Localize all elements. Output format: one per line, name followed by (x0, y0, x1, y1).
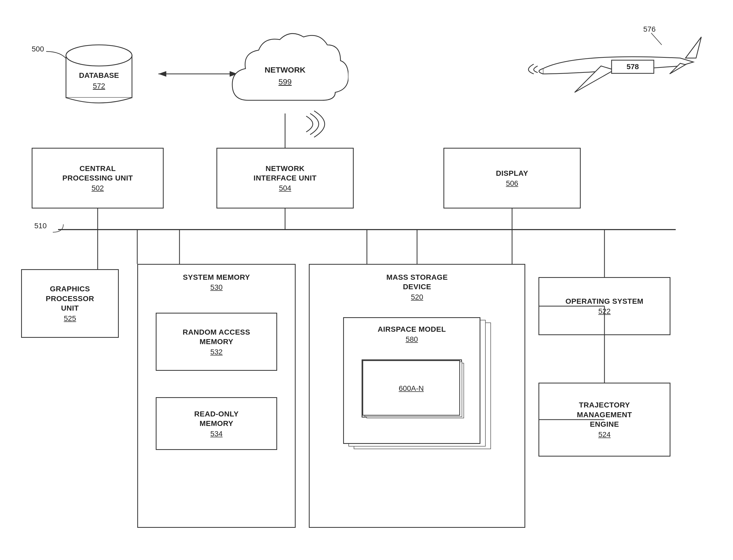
system-memory-label: SYSTEM MEMORY (183, 273, 250, 282)
cpu-number: 502 (92, 184, 104, 192)
svg-text:572: 572 (93, 82, 105, 90)
ram-number: 532 (210, 348, 223, 356)
rom-number: 534 (210, 430, 223, 438)
network-cloud: NETWORK 599 (222, 26, 348, 121)
ref-500: 500 (32, 45, 44, 53)
ref-510: 510 (34, 222, 47, 230)
tme-box: TRAJECTORYMANAGEMENTENGINE 524 (538, 383, 670, 457)
tme-number: 524 (598, 430, 611, 439)
gpu-number: 525 (64, 314, 76, 323)
diagram: 500 DATABASE 572 NETWORK 599 (0, 0, 733, 560)
airspace-model-box: AIRSPACE MODEL 580 600A-N (343, 317, 480, 444)
stacked-inner-box: 600A-N (362, 359, 462, 417)
mass-storage-number: 520 (411, 293, 423, 301)
airspace-model-label: AIRSPACE MODEL (378, 325, 446, 334)
mass-storage-box: MASS STORAGEDEVICE 520 AIRSPACE MODEL 58… (309, 264, 525, 528)
os-box: OPERATING SYSTEM 522 (538, 277, 670, 335)
cloud-svg: NETWORK 599 (222, 26, 348, 121)
stacked-number: 600A-N (399, 384, 424, 393)
ram-label: RANDOM ACCESSMEMORY (183, 328, 250, 347)
os-label: OPERATING SYSTEM (565, 297, 643, 306)
svg-text:599: 599 (278, 77, 292, 86)
tme-label: TRAJECTORYMANAGEMENTENGINE (577, 400, 632, 429)
database-node: DATABASE 572 (61, 37, 137, 111)
os-number: 522 (598, 307, 611, 316)
niu-label: NETWORKINTERFACE UNIT (254, 164, 317, 183)
system-memory-box: SYSTEM MEMORY 530 RANDOM ACCESSMEMORY 53… (137, 264, 296, 528)
database-cylinder-svg: DATABASE 572 (61, 37, 137, 111)
aircraft-svg: 576 578 (522, 21, 707, 106)
niu-number: 504 (279, 184, 291, 192)
svg-line-20 (651, 33, 662, 45)
system-memory-number: 530 (210, 283, 223, 292)
mass-storage-label: MASS STORAGEDEVICE (386, 273, 448, 292)
svg-text:576: 576 (643, 25, 656, 33)
gpu-label: GRAPHICSPROCESSORUNIT (46, 284, 94, 313)
rom-box: READ-ONLYMEMORY 534 (156, 397, 277, 450)
svg-point-14 (66, 45, 132, 66)
ref-510-arc (50, 222, 66, 235)
ram-box: RANDOM ACCESSMEMORY 532 (156, 313, 277, 371)
display-label: DISPLAY (496, 169, 528, 178)
airspace-model-container: AIRSPACE MODEL 580 600A-N (338, 315, 496, 478)
display-number: 506 (506, 179, 518, 188)
svg-text:DATABASE: DATABASE (79, 71, 119, 79)
cpu-box: CENTRALPROCESSING UNIT 502 (32, 148, 164, 208)
svg-text:NETWORK: NETWORK (265, 65, 306, 74)
aircraft-node: 576 578 (522, 21, 707, 106)
airspace-model-number: 580 (406, 335, 418, 344)
cpu-label: CENTRALPROCESSING UNIT (62, 164, 133, 183)
niu-box: NETWORKINTERFACE UNIT 504 (216, 148, 354, 208)
rom-label: READ-ONLYMEMORY (194, 409, 239, 429)
gpu-box: GRAPHICSPROCESSORUNIT 525 (21, 269, 119, 338)
svg-text:578: 578 (627, 63, 639, 71)
display-box: DISPLAY 506 (443, 148, 581, 208)
